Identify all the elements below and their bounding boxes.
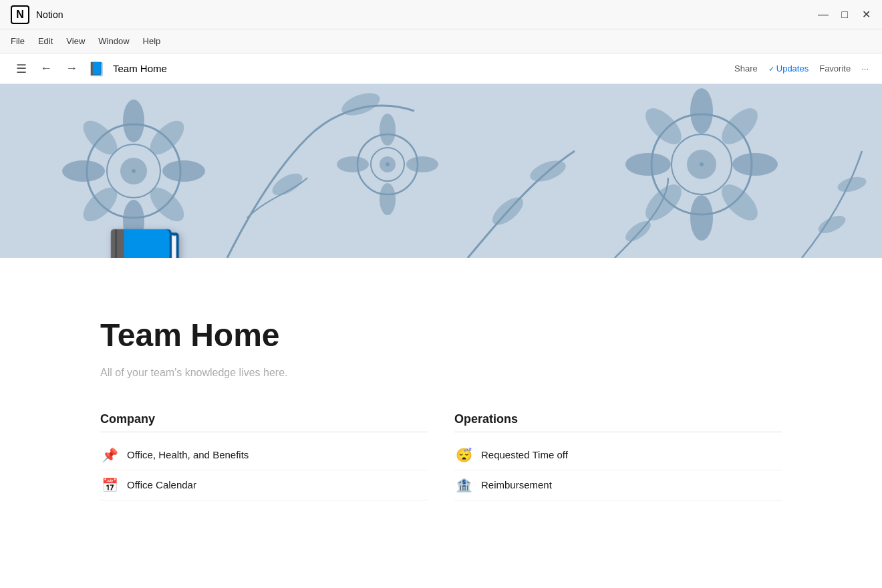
toolbar-left: ☰ ← → 📘 Team Home xyxy=(13,59,167,79)
company-items-list: 📌 Office, Health, and Benefits 📅 Office … xyxy=(100,440,428,500)
page-title: Team Home xyxy=(100,318,782,353)
menu-window[interactable]: Window xyxy=(98,36,129,46)
company-section-title: Company xyxy=(100,412,428,432)
page-icon-toolbar: 📘 xyxy=(88,61,105,77)
menu-edit[interactable]: Edit xyxy=(38,36,53,46)
svg-point-4 xyxy=(123,100,144,142)
share-button[interactable]: Share xyxy=(734,63,758,74)
menu-view[interactable]: View xyxy=(66,36,85,46)
svg-point-29 xyxy=(732,153,778,176)
svg-point-28 xyxy=(625,153,671,176)
list-item[interactable]: 🏦 Reimbursement xyxy=(454,470,782,500)
page-icon-large-container: 📘 xyxy=(97,231,192,258)
svg-point-38 xyxy=(386,162,390,166)
svg-point-37 xyxy=(132,169,136,173)
cover-image: 📘 xyxy=(0,84,882,258)
back-button[interactable]: ← xyxy=(37,59,55,78)
svg-point-26 xyxy=(690,88,713,134)
close-button[interactable]: ✕ xyxy=(861,9,871,20)
window-controls: — □ ✕ xyxy=(818,9,871,20)
time-off-label: Requested Time off xyxy=(481,449,568,460)
time-off-icon: 😴 xyxy=(454,447,473,463)
toolbar-right: Share ✓ Updates Favorite ··· xyxy=(734,63,869,74)
office-calendar-label: Office Calendar xyxy=(127,479,196,490)
page-icon-large: 📘 xyxy=(97,231,192,258)
svg-point-17 xyxy=(380,114,396,146)
sidebar-toggle-button[interactable]: ☰ xyxy=(13,59,29,79)
app-name: Notion xyxy=(36,9,63,20)
office-calendar-icon: 📅 xyxy=(100,477,119,493)
office-health-label: Office, Health, and Benefits xyxy=(127,449,249,460)
favorite-button[interactable]: Favorite xyxy=(819,63,851,74)
menu-bar: File Edit View Window Help xyxy=(0,29,882,53)
operations-section: Operations 😴 Requested Time off 🏦 Reimbu… xyxy=(454,412,782,500)
page-title-toolbar: Team Home xyxy=(113,63,167,74)
check-icon: ✓ xyxy=(768,65,776,73)
svg-point-7 xyxy=(162,160,205,182)
svg-point-27 xyxy=(690,195,713,241)
svg-point-19 xyxy=(337,156,369,172)
operations-items-list: 😴 Requested Time off 🏦 Reimbursement xyxy=(454,440,782,500)
sections-grid: Company 📌 Office, Health, and Benefits 📅… xyxy=(100,412,782,500)
menu-file[interactable]: File xyxy=(11,36,25,46)
svg-point-18 xyxy=(380,183,396,215)
minimize-button[interactable]: — xyxy=(818,9,829,20)
reimbursement-icon: 🏦 xyxy=(454,477,473,493)
page-subtitle: All of your team's knowledge lives here. xyxy=(100,367,782,379)
svg-point-39 xyxy=(700,162,704,166)
title-bar: N Notion — □ ✕ xyxy=(0,0,882,29)
forward-button[interactable]: → xyxy=(63,59,80,78)
operations-section-title: Operations xyxy=(454,412,782,432)
svg-point-20 xyxy=(406,156,438,172)
reimbursement-label: Reimbursement xyxy=(481,479,552,490)
office-health-icon: 📌 xyxy=(100,447,119,463)
notion-app-icon: N xyxy=(11,5,29,24)
content-area: Team Home All of your team's knowledge l… xyxy=(0,258,882,527)
more-options-button[interactable]: ··· xyxy=(861,63,869,74)
company-section: Company 📌 Office, Health, and Benefits 📅… xyxy=(100,412,428,500)
list-item[interactable]: 📅 Office Calendar xyxy=(100,470,428,500)
toolbar: ☰ ← → 📘 Team Home Share ✓ Updates Favori… xyxy=(0,53,882,84)
maximize-button[interactable]: □ xyxy=(839,9,850,20)
title-bar-left: N Notion xyxy=(11,5,63,24)
updates-button[interactable]: ✓ Updates xyxy=(768,63,808,74)
list-item[interactable]: 📌 Office, Health, and Benefits xyxy=(100,440,428,470)
svg-point-6 xyxy=(62,160,105,182)
list-item[interactable]: 😴 Requested Time off xyxy=(454,440,782,470)
menu-help[interactable]: Help xyxy=(143,36,161,46)
